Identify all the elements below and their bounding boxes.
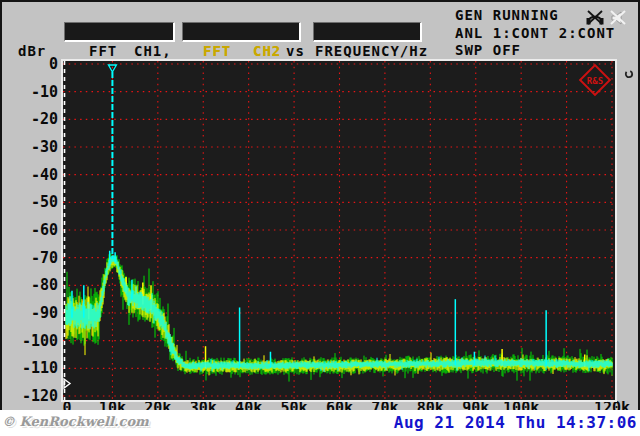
x-axis-title: FREQUENCY/Hz bbox=[315, 43, 428, 59]
instrument-panel: dBr FFT CH1, FFT CH2 vs FREQUENCY/Hz GEN… bbox=[0, 0, 640, 412]
vs-label: vs bbox=[286, 43, 305, 59]
analyzer-status: ANL 1:CONT 2:CONT bbox=[455, 25, 615, 43]
y-tick-label: -100 bbox=[6, 332, 58, 350]
rohde-schwarz-logo-icon: R&S bbox=[578, 63, 612, 97]
y-tick-label: -60 bbox=[6, 221, 58, 239]
y-tick-label: -40 bbox=[6, 166, 58, 184]
softkey-box-2 bbox=[182, 22, 301, 42]
trace1-function-label: FFT bbox=[89, 43, 117, 59]
y-tick-label: 0 bbox=[6, 55, 58, 73]
logo-text: R&S bbox=[587, 76, 603, 86]
fft-spectrum-chart bbox=[63, 61, 615, 400]
y-tick-label: -90 bbox=[6, 304, 58, 322]
fft-plot-area bbox=[61, 59, 617, 402]
y-tick-label: -70 bbox=[6, 249, 58, 267]
softkey-box-1 bbox=[64, 22, 175, 42]
y-tick-label: -30 bbox=[6, 138, 58, 156]
y-tick-label: -10 bbox=[6, 83, 58, 101]
scroll-knob-icon bbox=[624, 64, 634, 83]
analyzer-screen: dBr FFT CH1, FFT CH2 vs FREQUENCY/Hz GEN… bbox=[0, 0, 640, 436]
footer-strip: © KenRockwell.com Aug 21 2014 Thu 14:37:… bbox=[0, 410, 640, 436]
speaker-muted-icon bbox=[611, 11, 625, 24]
y-tick-label: -80 bbox=[6, 276, 58, 294]
trace1-channel-label: CH1, bbox=[134, 43, 172, 59]
y-tick-label: -50 bbox=[6, 193, 58, 211]
audio-monitor-icons bbox=[585, 9, 631, 27]
trace2-function-label: FFT bbox=[203, 43, 231, 59]
y-tick-label: -110 bbox=[6, 359, 58, 377]
sweep-status: SWP OFF bbox=[455, 42, 615, 60]
softkey-box-3 bbox=[313, 22, 422, 42]
y-tick-label: -20 bbox=[6, 110, 58, 128]
headphones-muted-icon bbox=[587, 11, 604, 25]
timestamp: Aug 21 2014 Thu 14:37:06 bbox=[394, 413, 637, 432]
trace2-channel-label: CH2 bbox=[253, 43, 281, 59]
watermark: © KenRockwell.com bbox=[2, 414, 149, 429]
